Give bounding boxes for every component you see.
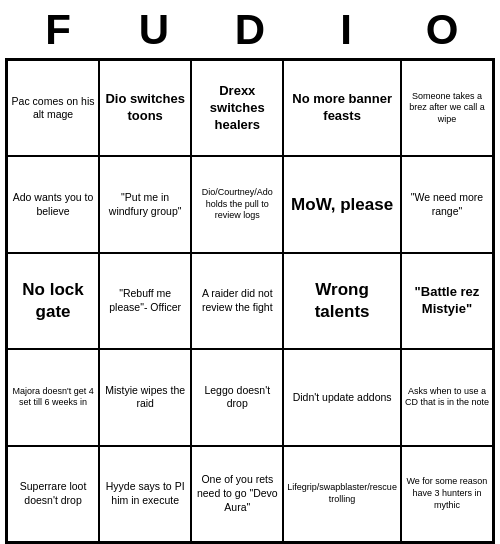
bingo-cell[interactable]: A raider did not review the fight [191, 253, 283, 349]
bingo-cell[interactable]: One of you rets need to go "Devo Aura" [191, 446, 283, 542]
bingo-cell[interactable]: Majora doesn't get 4 set till 6 weeks in [7, 349, 99, 445]
bingo-cell[interactable]: Dio switches toons [99, 60, 191, 156]
bingo-cell[interactable]: We for some reason have 3 hunters in myt… [401, 446, 493, 542]
bingo-cell[interactable]: Superrare loot doesn't drop [7, 446, 99, 542]
bingo-cell[interactable]: MoW, please [283, 156, 401, 252]
bingo-cell[interactable]: Leggo doesn't drop [191, 349, 283, 445]
title-letter: U [118, 6, 190, 54]
bingo-cell[interactable]: Asks when to use a CD that is in the not… [401, 349, 493, 445]
bingo-grid: Pac comes on his alt mageDio switches to… [5, 58, 495, 544]
bingo-cell[interactable]: Didn't update addons [283, 349, 401, 445]
bingo-title: FUDIO [10, 0, 490, 58]
bingo-cell[interactable]: Mistyie wipes the raid [99, 349, 191, 445]
bingo-cell[interactable]: "Battle rez Mistyie" [401, 253, 493, 349]
bingo-cell[interactable]: "We need more range" [401, 156, 493, 252]
bingo-cell[interactable]: Wrong talents [283, 253, 401, 349]
bingo-cell[interactable]: Ado wants you to believe [7, 156, 99, 252]
bingo-cell[interactable]: Lifegrip/swapblaster/rescue trolling [283, 446, 401, 542]
title-letter: D [214, 6, 286, 54]
bingo-cell[interactable]: "Put me in windfury group" [99, 156, 191, 252]
title-letter: O [406, 6, 478, 54]
bingo-cell[interactable]: Hyyde says to PI him in execute [99, 446, 191, 542]
bingo-cell[interactable]: Pac comes on his alt mage [7, 60, 99, 156]
title-letter: I [310, 6, 382, 54]
bingo-cell[interactable]: Dio/Courtney/Ado holds the pull to revie… [191, 156, 283, 252]
bingo-cell[interactable]: Someone takes a brez after we call a wip… [401, 60, 493, 156]
title-letter: F [22, 6, 94, 54]
bingo-cell[interactable]: No more banner feasts [283, 60, 401, 156]
bingo-cell[interactable]: No lock gate [7, 253, 99, 349]
bingo-cell[interactable]: "Rebuff me please"- Officer [99, 253, 191, 349]
bingo-cell[interactable]: Drexx switches healers [191, 60, 283, 156]
